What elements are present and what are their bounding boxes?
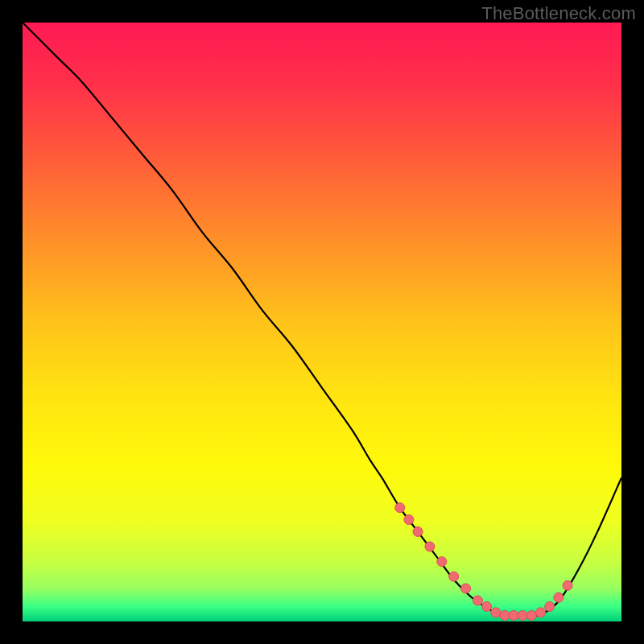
gradient-background [23, 23, 621, 621]
highlight-point [461, 584, 471, 593]
highlight-point [536, 608, 546, 617]
highlight-point [509, 611, 518, 621]
chart-frame: TheBottleneck.com [0, 0, 644, 644]
highlight-point [395, 503, 405, 513]
highlight-point [413, 526, 423, 536]
highlight-point [491, 608, 501, 617]
plot-svg [23, 23, 621, 621]
highlight-point [473, 596, 482, 605]
highlight-point [526, 611, 536, 621]
highlight-point [500, 611, 510, 621]
highlight-point [437, 557, 447, 567]
watermark-text: TheBottleneck.com [481, 3, 636, 24]
highlight-point [404, 515, 414, 525]
highlight-point [518, 611, 527, 621]
highlight-point [545, 601, 555, 611]
highlight-point [449, 572, 459, 581]
highlight-point [425, 542, 435, 551]
highlight-point [554, 592, 564, 602]
highlight-point [482, 601, 492, 611]
plot-area [23, 23, 621, 621]
highlight-point [563, 580, 572, 590]
